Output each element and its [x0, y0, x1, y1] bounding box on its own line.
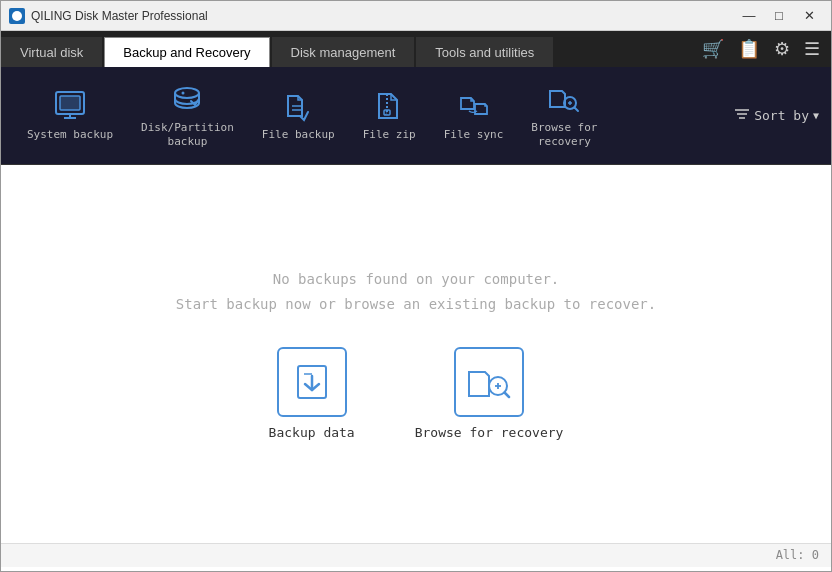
header-icons: 🛒 📋 ⚙ ☰ — [691, 31, 831, 67]
empty-state: No backups found on your computer. Start… — [176, 267, 656, 317]
toolbar-file-backup-label: File backup — [262, 128, 335, 142]
browse-recovery-label: Browse for recovery — [415, 425, 564, 440]
tab-disk-management[interactable]: Disk management — [272, 37, 415, 67]
statusbar: All: 0 — [1, 543, 831, 567]
toolbar-browse-recovery[interactable]: Browse for recovery — [517, 75, 611, 156]
titlebar-left: QILING Disk Master Professional — [9, 8, 208, 24]
action-buttons: Backup data Browse for recovery — [269, 347, 564, 440]
toolbar-disk-backup-label: Disk/Partition backup — [141, 121, 234, 150]
tab-tools-utilities[interactable]: Tools and utilities — [416, 37, 553, 67]
gear-icon[interactable]: ⚙ — [769, 36, 795, 62]
app-title: QILING Disk Master Professional — [31, 9, 208, 23]
backup-data-label: Backup data — [269, 425, 355, 440]
toolbar-file-sync[interactable]: File sync — [430, 82, 518, 148]
svg-point-8 — [182, 92, 185, 95]
status-text: All: 0 — [776, 548, 819, 562]
empty-line1: No backups found on your computer. — [176, 267, 656, 292]
svg-point-7 — [175, 88, 199, 98]
svg-point-0 — [12, 11, 22, 21]
toolbar-system-backup-label: System backup — [27, 128, 113, 142]
svg-text:Z: Z — [385, 110, 388, 116]
app-logo — [9, 8, 25, 24]
sort-label: Sort by — [754, 108, 809, 123]
svg-line-15 — [575, 108, 579, 112]
toolbar-disk-backup[interactable]: Disk/Partition backup — [127, 75, 248, 156]
browse-recovery-icon-box — [454, 347, 524, 417]
sort-bar: Sort by ▼ — [734, 108, 819, 123]
menu-icon[interactable]: ☰ — [799, 36, 825, 62]
backup-data-button[interactable]: Backup data — [269, 347, 355, 440]
backup-data-icon-box — [277, 347, 347, 417]
toolbar-file-sync-label: File sync — [444, 128, 504, 142]
close-button[interactable]: ✕ — [795, 5, 823, 27]
svg-line-23 — [505, 393, 510, 398]
sort-chevron: ▼ — [813, 110, 819, 121]
top-row: Virtual disk Backup and Recovery Disk ma… — [1, 31, 831, 67]
sort-button[interactable]: Sort by ▼ — [734, 108, 819, 123]
tab-virtual-disk[interactable]: Virtual disk — [1, 37, 102, 67]
maximize-button[interactable]: □ — [765, 5, 793, 27]
browse-recovery-button[interactable]: Browse for recovery — [415, 347, 564, 440]
toolbar-file-backup[interactable]: File backup — [248, 82, 349, 148]
window-controls: — □ ✕ — [735, 5, 823, 27]
empty-line2: Start backup now or browse an existing b… — [176, 292, 656, 317]
toolbar-file-zip[interactable]: Z File zip — [349, 82, 430, 148]
titlebar: QILING Disk Master Professional — □ ✕ — [1, 1, 831, 31]
toolbar-file-zip-label: File zip — [363, 128, 416, 142]
clipboard-icon[interactable]: 📋 — [733, 36, 765, 62]
tabs-container: Virtual disk Backup and Recovery Disk ma… — [1, 31, 691, 67]
toolbar-system-backup[interactable]: System backup — [13, 82, 127, 148]
main-content: No backups found on your computer. Start… — [1, 165, 831, 543]
cart-icon[interactable]: 🛒 — [697, 36, 729, 62]
svg-rect-2 — [60, 96, 80, 110]
toolbar-browse-recovery-label: Browse for recovery — [531, 121, 597, 150]
tab-backup-recovery[interactable]: Backup and Recovery — [104, 37, 269, 67]
minimize-button[interactable]: — — [735, 5, 763, 27]
toolbar: System backup Disk/Partition backup File… — [1, 67, 831, 165]
